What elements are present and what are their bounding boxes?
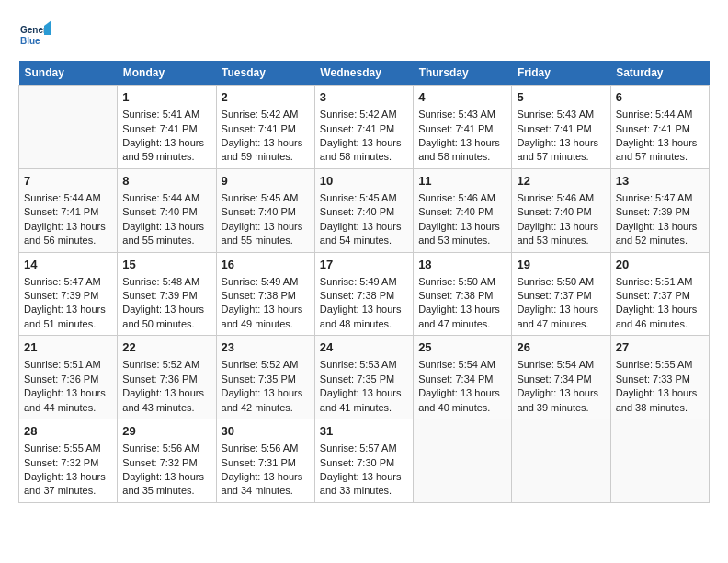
sunrise-text: Sunrise: 5:43 AM <box>418 108 506 121</box>
day-number: 2 <box>222 89 310 106</box>
calendar-cell: 11Sunrise: 5:46 AMSunset: 7:40 PMDayligh… <box>414 168 512 252</box>
daylight-text: Daylight: 13 hours and 58 minutes. <box>418 136 506 165</box>
day-number: 13 <box>616 173 704 190</box>
day-number: 22 <box>122 339 210 356</box>
calendar-cell: 12Sunrise: 5:46 AMSunset: 7:40 PMDayligh… <box>512 168 610 252</box>
sunset-text: Sunset: 7:34 PM <box>517 373 605 386</box>
sunset-text: Sunset: 7:35 PM <box>222 373 310 386</box>
sunrise-text: Sunrise: 5:48 AM <box>122 275 210 289</box>
daylight-text: Daylight: 13 hours and 43 minutes. <box>122 386 210 415</box>
calendar-cell: 21Sunrise: 5:51 AMSunset: 7:36 PMDayligh… <box>19 336 118 419</box>
day-number: 15 <box>122 257 210 273</box>
svg-text:Blue: Blue <box>20 36 40 46</box>
calendar-cell: 15Sunrise: 5:48 AMSunset: 7:39 PMDayligh… <box>118 252 216 336</box>
daylight-text: Daylight: 13 hours and 57 minutes. <box>517 136 605 165</box>
day-number: 24 <box>320 339 408 356</box>
sunrise-text: Sunrise: 5:52 AM <box>122 358 210 372</box>
daylight-text: Daylight: 13 hours and 53 minutes. <box>418 220 506 248</box>
day-header-thursday: Thursday <box>414 61 512 86</box>
day-number: 6 <box>616 89 704 106</box>
calendar-cell <box>512 419 610 503</box>
daylight-text: Daylight: 13 hours and 50 minutes. <box>122 303 210 331</box>
daylight-text: Daylight: 13 hours and 47 minutes. <box>418 303 506 331</box>
day-number: 21 <box>24 339 112 356</box>
sunset-text: Sunset: 7:39 PM <box>122 289 210 303</box>
sunrise-text: Sunrise: 5:45 AM <box>320 191 408 205</box>
day-number: 10 <box>320 173 408 190</box>
sunrise-text: Sunrise: 5:50 AM <box>517 275 605 289</box>
daylight-text: Daylight: 13 hours and 55 minutes. <box>122 220 210 248</box>
sunset-text: Sunset: 7:36 PM <box>122 373 210 386</box>
calendar-cell: 10Sunrise: 5:45 AMSunset: 7:40 PMDayligh… <box>314 168 413 252</box>
day-number: 31 <box>320 423 408 440</box>
sunset-text: Sunset: 7:37 PM <box>517 289 605 303</box>
calendar-week-row: 28Sunrise: 5:55 AMSunset: 7:32 PMDayligh… <box>19 419 710 503</box>
sunset-text: Sunset: 7:32 PM <box>122 456 210 470</box>
daylight-text: Daylight: 13 hours and 58 minutes. <box>320 136 408 165</box>
daylight-text: Daylight: 13 hours and 46 minutes. <box>616 303 704 331</box>
sunset-text: Sunset: 7:34 PM <box>418 373 506 386</box>
sunrise-text: Sunrise: 5:52 AM <box>222 358 310 372</box>
calendar-week-row: 7Sunrise: 5:44 AMSunset: 7:41 PMDaylight… <box>19 168 710 252</box>
sunrise-text: Sunrise: 5:45 AM <box>222 191 310 205</box>
calendar-cell: 7Sunrise: 5:44 AMSunset: 7:41 PMDaylight… <box>19 168 118 252</box>
sunrise-text: Sunrise: 5:49 AM <box>320 275 408 289</box>
daylight-text: Daylight: 13 hours and 33 minutes. <box>320 470 408 499</box>
daylight-text: Daylight: 13 hours and 53 minutes. <box>517 220 605 248</box>
calendar-cell: 30Sunrise: 5:56 AMSunset: 7:31 PMDayligh… <box>216 419 314 503</box>
daylight-text: Daylight: 13 hours and 35 minutes. <box>122 470 210 499</box>
sunset-text: Sunset: 7:40 PM <box>418 205 506 219</box>
daylight-text: Daylight: 13 hours and 48 minutes. <box>320 303 408 331</box>
daylight-text: Daylight: 13 hours and 59 minutes. <box>222 136 310 165</box>
daylight-text: Daylight: 13 hours and 59 minutes. <box>122 136 210 165</box>
day-number: 18 <box>418 257 506 273</box>
day-number: 4 <box>418 89 506 106</box>
day-number: 23 <box>222 339 310 356</box>
day-header-monday: Monday <box>118 61 216 86</box>
day-number: 29 <box>122 423 210 440</box>
sunrise-text: Sunrise: 5:54 AM <box>418 358 506 372</box>
sunset-text: Sunset: 7:39 PM <box>24 289 112 303</box>
sunset-text: Sunset: 7:41 PM <box>24 205 112 219</box>
daylight-text: Daylight: 13 hours and 41 minutes. <box>320 386 408 415</box>
daylight-text: Daylight: 13 hours and 55 minutes. <box>222 220 310 248</box>
calendar-week-row: 1Sunrise: 5:41 AMSunset: 7:41 PMDaylight… <box>19 86 710 169</box>
sunset-text: Sunset: 7:41 PM <box>616 122 704 136</box>
calendar-header-row: SundayMondayTuesdayWednesdayThursdayFrid… <box>19 61 710 86</box>
daylight-text: Daylight: 13 hours and 51 minutes. <box>24 303 112 331</box>
sunrise-text: Sunrise: 5:41 AM <box>122 108 210 121</box>
day-number: 30 <box>222 423 310 440</box>
daylight-text: Daylight: 13 hours and 44 minutes. <box>24 386 112 415</box>
daylight-text: Daylight: 13 hours and 42 minutes. <box>222 386 310 415</box>
sunset-text: Sunset: 7:41 PM <box>222 122 310 136</box>
sunset-text: Sunset: 7:40 PM <box>222 205 310 219</box>
sunrise-text: Sunrise: 5:55 AM <box>24 442 112 455</box>
sunrise-text: Sunrise: 5:56 AM <box>122 442 210 455</box>
calendar-cell: 28Sunrise: 5:55 AMSunset: 7:32 PMDayligh… <box>19 419 118 503</box>
day-header-sunday: Sunday <box>19 61 118 86</box>
calendar-cell: 9Sunrise: 5:45 AMSunset: 7:40 PMDaylight… <box>216 168 314 252</box>
calendar-cell: 8Sunrise: 5:44 AMSunset: 7:40 PMDaylight… <box>118 168 216 252</box>
day-header-friday: Friday <box>512 61 610 86</box>
day-number: 19 <box>517 257 605 273</box>
daylight-text: Daylight: 13 hours and 54 minutes. <box>320 220 408 248</box>
calendar-cell: 16Sunrise: 5:49 AMSunset: 7:38 PMDayligh… <box>216 252 314 336</box>
sunset-text: Sunset: 7:30 PM <box>320 456 408 470</box>
sunrise-text: Sunrise: 5:42 AM <box>320 108 408 121</box>
calendar-week-row: 14Sunrise: 5:47 AMSunset: 7:39 PMDayligh… <box>19 252 710 336</box>
calendar-cell <box>414 419 512 503</box>
daylight-text: Daylight: 13 hours and 49 minutes. <box>222 303 310 331</box>
day-number: 11 <box>418 173 506 190</box>
calendar-cell: 25Sunrise: 5:54 AMSunset: 7:34 PMDayligh… <box>414 336 512 419</box>
sunset-text: Sunset: 7:31 PM <box>222 456 310 470</box>
day-number: 16 <box>222 257 310 273</box>
calendar-cell: 29Sunrise: 5:56 AMSunset: 7:32 PMDayligh… <box>118 419 216 503</box>
sunset-text: Sunset: 7:41 PM <box>320 122 408 136</box>
calendar-cell: 4Sunrise: 5:43 AMSunset: 7:41 PMDaylight… <box>414 86 512 169</box>
daylight-text: Daylight: 13 hours and 38 minutes. <box>616 386 704 415</box>
daylight-text: Daylight: 13 hours and 37 minutes. <box>24 470 112 499</box>
calendar-cell: 18Sunrise: 5:50 AMSunset: 7:38 PMDayligh… <box>414 252 512 336</box>
sunset-text: Sunset: 7:37 PM <box>616 289 704 303</box>
sunset-text: Sunset: 7:33 PM <box>616 373 704 386</box>
calendar-cell: 17Sunrise: 5:49 AMSunset: 7:38 PMDayligh… <box>314 252 413 336</box>
